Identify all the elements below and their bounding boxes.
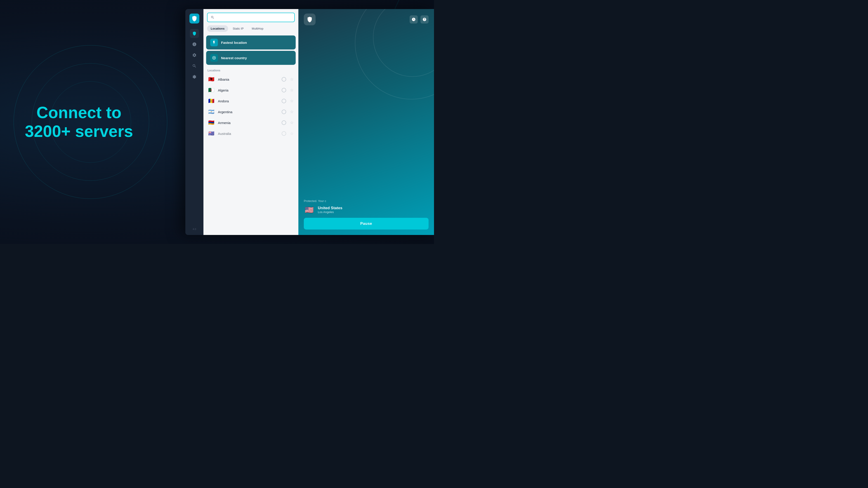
- version-label: 4.0: [193, 228, 196, 230]
- tab-bar: Locations Static IP MultiHop: [204, 22, 298, 32]
- sidebar-item-shield[interactable]: [190, 29, 199, 38]
- search-icon: [211, 15, 215, 20]
- albania-radio[interactable]: [282, 77, 286, 82]
- argentina-name: Argentina: [218, 110, 278, 114]
- argentina-favorite[interactable]: ☆: [289, 109, 294, 114]
- algeria-radio[interactable]: [282, 88, 286, 92]
- list-item[interactable]: 🇦🇩 Andora ☆: [204, 96, 298, 106]
- australia-favorite[interactable]: ☆: [289, 131, 294, 136]
- armenia-favorite[interactable]: ☆: [289, 120, 294, 125]
- settings-icon: [192, 74, 197, 79]
- shield-badge: [304, 13, 315, 25]
- connected-location: 🇺🇸 United States Los Angeles: [304, 206, 429, 214]
- sidebar-item-alert[interactable]: [190, 40, 199, 49]
- list-item[interactable]: 🇦🇷 Argentina ☆: [204, 106, 298, 117]
- us-flag: 🇺🇸: [304, 206, 315, 214]
- australia-flag: 🇦🇺: [208, 131, 215, 136]
- albania-name: Albania: [218, 77, 278, 81]
- fastest-location-label: Fastest location: [221, 41, 247, 44]
- list-item[interactable]: 🇦🇱 Albania ☆: [204, 74, 298, 85]
- hero-text: Connect to 3200+ servers: [25, 103, 133, 141]
- argentina-radio[interactable]: [282, 109, 286, 114]
- target-icon: [210, 54, 218, 62]
- albania-favorite[interactable]: ☆: [289, 77, 294, 82]
- algeria-flag: 🇩🇿: [208, 88, 215, 93]
- list-item[interactable]: 🇩🇿 Algeria ☆: [204, 85, 298, 96]
- tab-static-ip[interactable]: Static IP: [229, 25, 247, 32]
- location-list: Fastest location Nearest country Locatio…: [204, 32, 298, 235]
- fastest-location-item[interactable]: Fastest location: [206, 35, 296, 50]
- bolt-icon: [212, 40, 216, 44]
- right-panel-bottom: Protected. Your c 🇺🇸 United States Los A…: [298, 195, 434, 235]
- search-input[interactable]: [217, 15, 291, 20]
- nearest-country-label: Nearest country: [221, 56, 247, 60]
- algeria-favorite[interactable]: ☆: [289, 88, 294, 93]
- armenia-name: Armenia: [218, 121, 278, 125]
- andorra-radio[interactable]: [282, 99, 286, 103]
- nearest-country-item[interactable]: Nearest country: [206, 51, 296, 65]
- tab-multihop[interactable]: MultiHop: [248, 25, 267, 32]
- gear-icon: [192, 53, 197, 57]
- hero-line1: Connect to: [25, 103, 133, 122]
- argentina-flag: 🇦🇷: [208, 109, 215, 114]
- location-details: United States Los Angeles: [318, 206, 342, 214]
- search-input-wrapper: [207, 13, 295, 22]
- logo-shield-icon: [191, 15, 197, 22]
- sidebar-item-gear[interactable]: [190, 51, 199, 60]
- sidebar-logo: [189, 13, 199, 24]
- shield-icon: [307, 16, 313, 23]
- location-country: United States: [318, 206, 342, 210]
- list-item[interactable]: 🇦🇺 Australia ☆: [204, 128, 298, 139]
- right-panel: Protected. Your c 🇺🇸 United States Los A…: [298, 9, 434, 235]
- australia-name: Australia: [218, 132, 278, 135]
- lightning-icon: [210, 39, 218, 46]
- andorra-flag: 🇦🇩: [208, 98, 215, 103]
- list-item[interactable]: 🇦🇲 Armenia ☆: [204, 117, 298, 128]
- main-panel: Locations Static IP MultiHop Fastest loc…: [204, 9, 298, 235]
- algeria-name: Algeria: [218, 88, 278, 92]
- sidebar-item-search[interactable]: [190, 61, 199, 70]
- andorra-favorite[interactable]: ☆: [289, 98, 294, 103]
- armenia-flag: 🇦🇲: [208, 120, 215, 125]
- search-lock-icon: [192, 64, 197, 68]
- sidebar: 4.0: [185, 9, 204, 235]
- app-window: 4.0 Locations Static IP MultiHop: [185, 9, 434, 235]
- albania-flag: 🇦🇱: [208, 77, 215, 82]
- location-city: Los Angeles: [318, 210, 342, 214]
- protected-text: Protected. Your c: [304, 199, 429, 203]
- andorra-name: Andora: [218, 99, 278, 103]
- armenia-radio[interactable]: [282, 121, 286, 125]
- tab-locations[interactable]: Locations: [207, 25, 228, 32]
- pause-button[interactable]: Pause: [304, 218, 429, 230]
- locations-section-header: Locations: [204, 66, 298, 74]
- shield-icon: [192, 31, 197, 36]
- australia-radio[interactable]: [282, 131, 286, 136]
- crosshair-icon: [212, 56, 216, 60]
- alert-icon: [192, 42, 197, 46]
- hero-line2: 3200+ servers: [25, 122, 133, 141]
- sidebar-item-settings[interactable]: [190, 72, 199, 81]
- search-bar: [204, 9, 298, 22]
